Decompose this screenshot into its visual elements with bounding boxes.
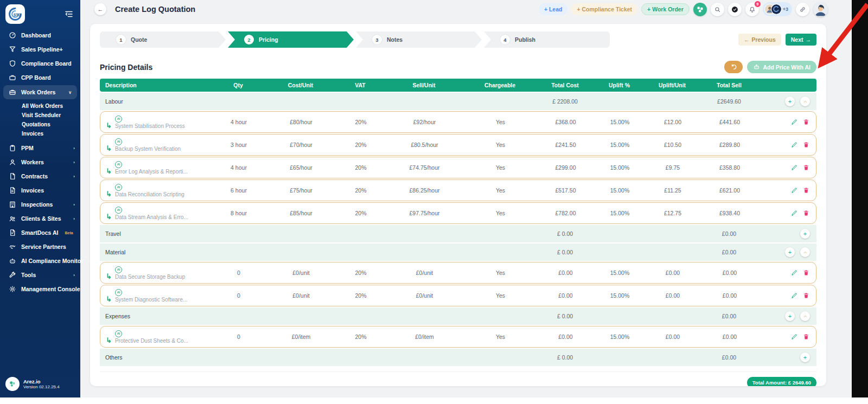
sidebar-item-contracts[interactable]: Contracts› bbox=[0, 169, 80, 183]
ppm-icon bbox=[9, 144, 16, 152]
content-card: 1Quote2Pricing3Notes4Publish ← Previous … bbox=[90, 24, 826, 386]
item-sell-unit: £80.5/hour bbox=[385, 142, 464, 148]
delete-item-button[interactable] bbox=[803, 334, 809, 340]
collapse-group-button[interactable] bbox=[800, 311, 810, 321]
item-uplift-pct: 15.00% bbox=[594, 119, 646, 125]
add-item-button[interactable]: + bbox=[785, 97, 795, 106]
item-description: Data Stream Analysis & Erro... bbox=[115, 214, 188, 220]
pricing-item-row: ↳AIProtective Dust Sheets & Co...0£0/ite… bbox=[100, 326, 816, 348]
step-label: Notes bbox=[387, 36, 403, 43]
sidebar-item-label: Work Orders bbox=[21, 89, 55, 95]
sidebar-item-ppm[interactable]: PPM› bbox=[0, 141, 80, 155]
delete-item-button[interactable] bbox=[803, 164, 809, 171]
sidebar-item-sales-pipeline[interactable]: Sales Pipeline+ bbox=[0, 42, 80, 56]
step-label: Quote bbox=[131, 36, 147, 43]
search-icon[interactable] bbox=[711, 3, 724, 16]
item-chargeable: Yes bbox=[464, 119, 537, 125]
undo-button[interactable] bbox=[724, 61, 743, 73]
sub-item-arrow-icon: ↳ bbox=[106, 296, 112, 303]
edit-item-button[interactable] bbox=[791, 119, 797, 125]
sidebar-item-tools[interactable]: Tools› bbox=[0, 268, 80, 282]
item-sell-unit: £0/unit bbox=[385, 270, 464, 276]
add-item-button[interactable]: + bbox=[800, 352, 810, 362]
step-pricing[interactable]: 2Pricing bbox=[228, 31, 354, 48]
collapse-group-button[interactable] bbox=[800, 247, 810, 257]
item-description-cell: ↳AIError Log Analysis & Reporti... bbox=[100, 161, 212, 175]
item-description-cell: ↳AIData Secure Storage Backup bbox=[100, 266, 212, 280]
sidebar-item-work-orders[interactable]: Work Orders∨ bbox=[3, 85, 77, 99]
sidebar-item-management-console[interactable]: Management Console bbox=[0, 282, 80, 296]
previous-button[interactable]: ← Previous bbox=[738, 34, 781, 46]
verified-icon[interactable] bbox=[728, 3, 742, 16]
sidebar-item-workers[interactable]: Workers› bbox=[0, 155, 80, 169]
add-item-button[interactable]: + bbox=[785, 311, 795, 321]
edit-item-button[interactable] bbox=[791, 164, 797, 171]
sidebar-item-compliance-board[interactable]: Compliance Board bbox=[0, 56, 80, 70]
sidebar-collapse-icon[interactable] bbox=[64, 9, 74, 19]
collapse-group-button[interactable] bbox=[800, 97, 810, 106]
edit-item-button[interactable] bbox=[791, 210, 797, 216]
avatar-group[interactable]: +3 bbox=[763, 2, 792, 16]
sidebar-item-dashboard[interactable]: Dashboard bbox=[0, 28, 80, 42]
item-chargeable: Yes bbox=[464, 187, 537, 194]
sidebar-item-cpp-board[interactable]: CPP Board bbox=[0, 70, 80, 85]
sidebar-subitem-all-work-orders[interactable]: All Work Orders bbox=[0, 101, 80, 111]
item-description-cell: ↳AIProtective Dust Sheets & Co... bbox=[100, 330, 212, 344]
sidebar-item-label: Workers bbox=[21, 159, 44, 165]
add-item-button[interactable]: + bbox=[785, 247, 795, 257]
item-qty: 0 bbox=[212, 334, 266, 340]
step-number: 1 bbox=[116, 35, 126, 44]
sidebar-item-smartdocs-ai[interactable]: SmartDocs AIBeta bbox=[0, 226, 80, 240]
edit-item-button[interactable] bbox=[791, 187, 797, 194]
edit-item-button[interactable] bbox=[791, 334, 797, 340]
delete-item-button[interactable] bbox=[803, 210, 809, 216]
step-notes[interactable]: 3Notes bbox=[356, 31, 482, 48]
add-price-with-ai-button[interactable]: Add Price With AI bbox=[747, 61, 816, 73]
sidebar-item-label: Service Partners bbox=[21, 243, 66, 250]
delete-item-button[interactable] bbox=[803, 292, 809, 299]
chevron-right-icon: › bbox=[73, 174, 75, 179]
back-button[interactable]: ← bbox=[94, 3, 106, 15]
item-total-sell: £621.00 bbox=[700, 187, 760, 194]
delete-item-button[interactable] bbox=[803, 187, 809, 194]
bell-icon[interactable]: 9 bbox=[745, 3, 759, 16]
link-icon[interactable] bbox=[796, 3, 809, 16]
sidebar-subitem-invoices[interactable]: Invoices bbox=[0, 129, 80, 138]
item-chargeable: Yes bbox=[464, 270, 537, 276]
delete-item-button[interactable] bbox=[803, 142, 809, 148]
add-lead-button[interactable]: + Lead bbox=[539, 3, 568, 15]
add-work-order-button[interactable]: + Work Order bbox=[641, 3, 690, 15]
sidebar-item-clients-sites[interactable]: Clients & Sites› bbox=[0, 211, 80, 226]
edit-item-button[interactable] bbox=[791, 292, 797, 299]
next-button[interactable]: Next → bbox=[786, 34, 816, 46]
group-total-sell: £0.00 bbox=[699, 249, 759, 255]
add-compliance-ticket-button[interactable]: + Compliance Ticket bbox=[571, 3, 637, 15]
sidebar-item-service-partners[interactable]: Service Partners bbox=[0, 240, 80, 254]
delete-item-button[interactable] bbox=[803, 270, 809, 276]
edit-item-button[interactable] bbox=[791, 270, 797, 276]
item-cost-unit: £0/item bbox=[266, 334, 336, 340]
sidebar-subitem-quotations[interactable]: Quotations bbox=[0, 120, 80, 129]
edit-item-button[interactable] bbox=[791, 142, 797, 148]
step-publish[interactable]: 4Publish bbox=[484, 31, 610, 48]
item-cost-unit: £70/hour bbox=[266, 142, 336, 148]
column-header-chargeable: Chargeable bbox=[463, 82, 537, 88]
sidebar-item-inspections[interactable]: Inspections› bbox=[0, 197, 80, 211]
apps-icon[interactable] bbox=[693, 3, 707, 16]
chevron-right-icon: › bbox=[73, 216, 75, 221]
delete-item-button[interactable] bbox=[803, 119, 809, 125]
sidebar-item-invoices[interactable]: Invoices bbox=[0, 183, 80, 197]
user-avatar[interactable] bbox=[813, 2, 828, 17]
sidebar-item-label: Contracts bbox=[21, 173, 48, 179]
sidebar-subitem-visit-scheduler[interactable]: Visit Scheduler bbox=[0, 111, 80, 120]
pricing-item-row: ↳AISystem Stabilisation Process4 hour£80… bbox=[100, 111, 816, 133]
sidebar-item-ai-compliance-monitor[interactable]: AI Compliance Monitor› bbox=[0, 254, 80, 268]
item-vat: 20% bbox=[336, 334, 385, 340]
column-header-sell-unit: Sell/Unit bbox=[385, 82, 463, 88]
step-quote[interactable]: 1Quote bbox=[100, 31, 226, 48]
item-uplift-pct: 15.00% bbox=[594, 334, 646, 340]
add-item-button[interactable]: + bbox=[800, 229, 810, 239]
workers-icon bbox=[9, 158, 16, 166]
item-uplift-unit: £0.00 bbox=[646, 334, 700, 340]
column-header-cost-unit: Cost/Unit bbox=[265, 82, 336, 88]
